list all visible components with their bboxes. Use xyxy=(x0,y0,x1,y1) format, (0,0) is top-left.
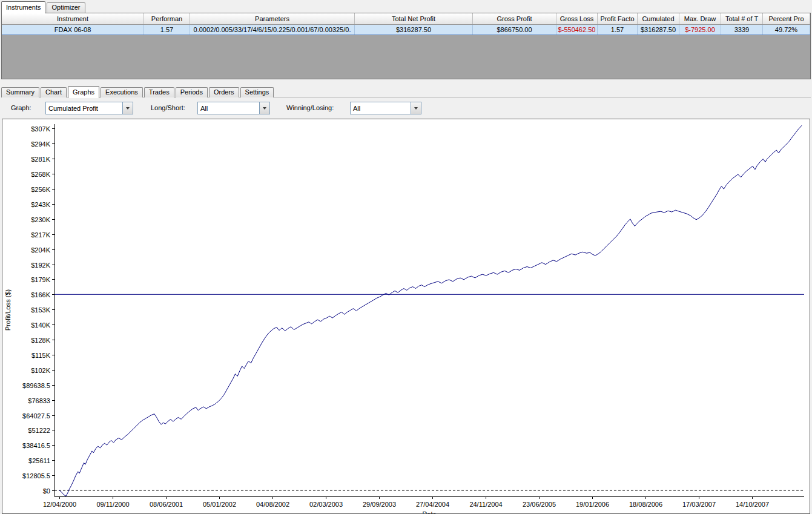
svg-text:17/03/2007: 17/03/2007 xyxy=(682,501,716,508)
cell-total-trades: 3339 xyxy=(721,25,763,35)
tab-trades[interactable]: Trades xyxy=(144,87,174,97)
column-header-profit-factor[interactable]: Profit Facto xyxy=(598,13,638,24)
results-grid: Instrument Performan Parameters Total Ne… xyxy=(1,13,811,79)
svg-text:$294K: $294K xyxy=(31,140,50,148)
svg-text:$192K: $192K xyxy=(31,262,50,269)
long-short-label: Long/Short: xyxy=(151,104,185,111)
svg-text:$128K: $128K xyxy=(31,337,50,344)
column-header-gross-profit[interactable]: Gross Profit xyxy=(473,13,556,24)
cell-percent-profitable: 49.72% xyxy=(763,25,810,35)
svg-text:$217K: $217K xyxy=(31,231,50,239)
equity-curve-chart[interactable]: $0$12805.5$25611$38416.5$51222$64027.5$7… xyxy=(2,119,810,514)
graph-controls-bar: Graph: Cumulated Profit Long/Short: All … xyxy=(1,97,811,119)
column-header-percent-profitable[interactable]: Percent Pro xyxy=(763,13,810,24)
chevron-down-icon[interactable] xyxy=(122,102,133,114)
svg-text:19/01/2006: 19/01/2006 xyxy=(576,501,609,508)
svg-text:05/01/2002: 05/01/2002 xyxy=(203,501,236,508)
column-header-performance[interactable]: Performan xyxy=(144,13,190,24)
svg-text:29/09/2003: 29/09/2003 xyxy=(363,501,396,508)
column-header-parameters[interactable]: Parameters xyxy=(190,13,355,24)
svg-text:$268K: $268K xyxy=(31,171,50,178)
long-short-select-value: All xyxy=(198,105,259,112)
svg-text:04/08/2002: 04/08/2002 xyxy=(256,501,289,508)
x-axis-ticks: 12/04/200009/11/200008/06/200105/01/2002… xyxy=(43,496,769,508)
graph-select-value: Cumulated Profit xyxy=(46,105,122,112)
column-header-max-drawdown[interactable]: Max. Draw xyxy=(679,13,721,24)
cell-gross-loss: $-550462.50 xyxy=(556,25,598,35)
svg-text:$153K: $153K xyxy=(31,306,50,314)
table-row[interactable]: FDAX 06-08 1.57 0.0002/0.005/33/17/4/6/1… xyxy=(2,25,810,35)
column-header-total-net-profit[interactable]: Total Net Profit xyxy=(355,13,473,24)
svg-text:23/06/2005: 23/06/2005 xyxy=(523,501,556,508)
column-header-instrument[interactable]: Instrument xyxy=(2,13,144,24)
long-short-select[interactable]: All xyxy=(197,102,270,114)
graph-select[interactable]: Cumulated Profit xyxy=(45,102,133,114)
svg-text:$281K: $281K xyxy=(31,156,50,163)
cell-performance: 1.57 xyxy=(144,25,190,35)
svg-text:12/04/2000: 12/04/2000 xyxy=(43,501,76,508)
tab-summary[interactable]: Summary xyxy=(1,87,39,97)
detail-tabstrip: Summary Chart Graphs Executions Trades P… xyxy=(1,85,275,97)
svg-text:$230K: $230K xyxy=(31,216,50,223)
svg-text:$38416.5: $38416.5 xyxy=(22,442,50,449)
cumulated-profit-plot[interactable]: $0$12805.5$25611$38416.5$51222$64027.5$7… xyxy=(2,119,810,513)
svg-text:02/03/2003: 02/03/2003 xyxy=(309,501,343,508)
winning-losing-label: Winning/Losing: xyxy=(286,104,334,111)
column-header-gross-loss[interactable]: Gross Loss xyxy=(556,13,598,24)
svg-text:$12805.5: $12805.5 xyxy=(22,472,50,479)
svg-text:$115K: $115K xyxy=(31,352,51,359)
svg-text:09/11/2000: 09/11/2000 xyxy=(96,501,129,508)
svg-text:$25611: $25611 xyxy=(28,457,50,464)
winning-losing-select-value: All xyxy=(351,105,411,112)
svg-text:$89638.5: $89638.5 xyxy=(22,382,50,389)
graph-label: Graph: xyxy=(11,104,31,111)
cell-max-drawdown: $-7925.00 xyxy=(679,25,721,35)
svg-text:$76833: $76833 xyxy=(28,397,50,404)
tab-graphs[interactable]: Graphs xyxy=(68,86,99,98)
svg-text:$64027.5: $64027.5 xyxy=(22,412,50,420)
svg-text:14/10/2007: 14/10/2007 xyxy=(736,501,769,508)
tab-settings[interactable]: Settings xyxy=(240,87,274,97)
svg-text:$0: $0 xyxy=(43,487,50,495)
svg-text:$51222: $51222 xyxy=(28,427,50,434)
svg-text:18/08/2006: 18/08/2006 xyxy=(629,501,662,508)
svg-text:08/06/2001: 08/06/2001 xyxy=(150,501,183,508)
svg-text:$243K: $243K xyxy=(31,201,50,208)
svg-text:$204K: $204K xyxy=(31,246,50,254)
svg-text:$256K: $256K xyxy=(31,186,50,193)
cell-gross-profit: $866750.00 xyxy=(473,25,556,35)
y-axis-ticks: $0$12805.5$25611$38416.5$51222$64027.5$7… xyxy=(22,125,54,495)
column-header-cumulated[interactable]: Cumulated xyxy=(638,13,679,24)
y-axis-title: Profit/Loss ($) xyxy=(4,289,12,331)
tab-instruments[interactable]: Instruments xyxy=(1,1,45,13)
svg-text:$307K: $307K xyxy=(31,125,50,133)
cell-profit-factor: 1.57 xyxy=(598,25,638,35)
cell-parameters: 0.0002/0.005/33/17/4/6/15/0.225/0.001/67… xyxy=(190,25,355,35)
tab-periods[interactable]: Periods xyxy=(176,87,208,97)
chevron-down-icon[interactable] xyxy=(411,102,421,114)
cell-cumulated: $316287.50 xyxy=(638,25,679,35)
equity-curve xyxy=(59,125,802,496)
chevron-down-icon[interactable] xyxy=(259,102,269,114)
cell-total-net-profit: $316287.50 xyxy=(355,25,473,35)
x-axis-title: Date xyxy=(422,510,436,513)
tab-optimizer[interactable]: Optimizer xyxy=(47,2,85,13)
tab-chart[interactable]: Chart xyxy=(41,87,67,97)
tab-orders[interactable]: Orders xyxy=(209,87,239,97)
column-header-total-trades[interactable]: Total # of T xyxy=(721,13,763,24)
results-table-header: Instrument Performan Parameters Total Ne… xyxy=(2,13,810,25)
tab-executions[interactable]: Executions xyxy=(101,87,143,97)
svg-text:$102K: $102K xyxy=(31,367,50,374)
cell-instrument: FDAX 06-08 xyxy=(2,25,144,35)
svg-text:$179K: $179K xyxy=(31,276,50,283)
main-tabstrip: Instruments Optimizer xyxy=(1,1,87,13)
svg-text:27/04/2004: 27/04/2004 xyxy=(416,501,449,508)
svg-text:24/11/2004: 24/11/2004 xyxy=(469,501,502,508)
svg-text:$140K: $140K xyxy=(31,321,50,329)
svg-text:$166K: $166K xyxy=(31,291,50,298)
winning-losing-select[interactable]: All xyxy=(350,102,421,114)
